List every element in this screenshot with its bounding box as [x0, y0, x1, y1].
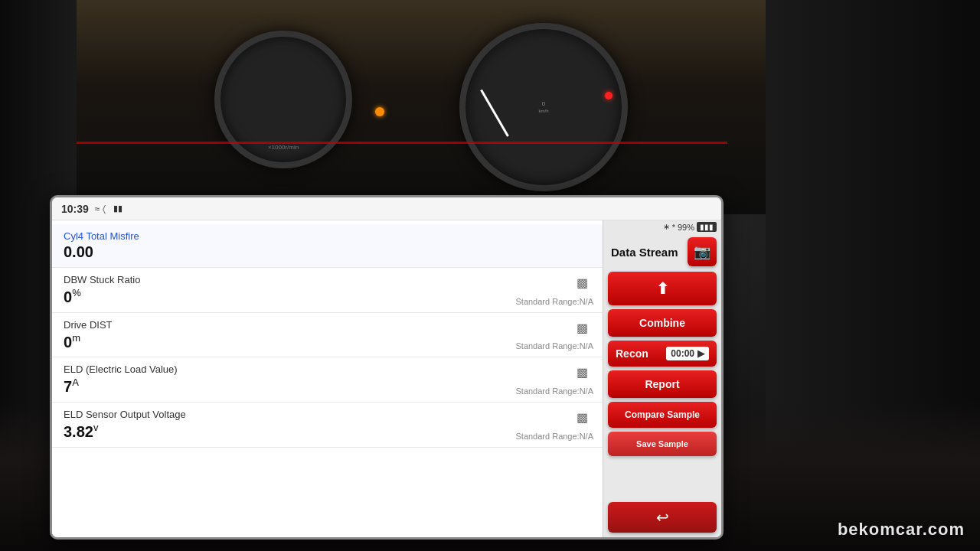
- battery-percentage: * 99%: [672, 223, 694, 232]
- report-button[interactable]: Report: [608, 370, 717, 398]
- rpm-label: ×1000r/min: [268, 144, 299, 151]
- eld-voltage-chart-icon[interactable]: ▩: [577, 410, 593, 424]
- play-icon: ▶: [697, 348, 704, 359]
- sidebar-panel: ∗ * 99% ▮▮▮ Data Stream 📷 ⬆ Combine: [603, 220, 721, 537]
- status-time: 10:39: [61, 203, 89, 215]
- cyl4-misfire-value: 0.00: [64, 243, 591, 261]
- export-icon: ⬆: [656, 279, 669, 298]
- gauge-center-display: 0km/h: [538, 100, 548, 114]
- combine-label: Combine: [639, 317, 685, 329]
- red-warning-light: [605, 92, 612, 99]
- record-label: Recon: [616, 347, 648, 360]
- status-bar: 10:39 ≈ 〈 ▮▮: [52, 197, 721, 220]
- eld-standard-range: Standard Range:N/A: [515, 386, 593, 396]
- record-button[interactable]: Recon 00:00 ▶: [608, 341, 717, 367]
- right-gauge: 0km/h: [459, 23, 628, 191]
- data-item-dbw: DBW Stuck Ratio ▩ 0% Standard Range:N/A: [52, 268, 603, 313]
- dbw-chart-icon[interactable]: ▩: [577, 276, 593, 289]
- tablet-screen: 10:39 ≈ 〈 ▮▮ Cyl4 Total Misfire 0.00 DBW…: [50, 195, 724, 540]
- bluetooth-battery-row: ∗ * 99% ▮▮▮: [608, 222, 717, 232]
- battery-status-icon: ▮▮: [113, 204, 122, 214]
- data-item-cyl4-misfire: Cyl4 Total Misfire 0.00: [52, 224, 603, 268]
- drive-dist-value: 0m: [64, 332, 591, 351]
- eld-chart-icon[interactable]: ▩: [577, 365, 593, 379]
- watermark-text: bekomcar.com: [838, 520, 965, 540]
- data-stream-panel[interactable]: Cyl4 Total Misfire 0.00 DBW Stuck Ratio …: [52, 220, 603, 537]
- dbw-label: DBW Stuck Ratio: [64, 274, 591, 285]
- data-item-eld-voltage: ELD Sensor Output Voltage ▩ 3.82v Standa…: [52, 403, 603, 448]
- combine-button[interactable]: Combine: [608, 309, 717, 337]
- back-button[interactable]: ↩: [608, 502, 717, 533]
- red-trim-stripe: [0, 142, 727, 144]
- data-item-drive-dist: Drive DIST ▩ 0m Standard Range:N/A: [52, 313, 603, 358]
- wifi-icon: ≈ 〈: [95, 204, 106, 214]
- report-label: Report: [645, 378, 679, 390]
- record-time-display: 00:00 ▶: [666, 347, 709, 360]
- bluetooth-icon: ∗: [663, 222, 670, 232]
- screenshot-button[interactable]: 📷: [688, 237, 717, 266]
- back-icon: ↩: [656, 509, 669, 526]
- save-sample-label: Save Sample: [636, 439, 688, 448]
- eld-voltage-label: ELD Sensor Output Voltage: [64, 409, 591, 420]
- eld-voltage-value: 3.82v: [64, 422, 591, 441]
- eld-value: 7A: [64, 377, 591, 396]
- data-stream-title: Data Stream: [608, 244, 681, 260]
- dbw-value: 0%: [64, 287, 591, 306]
- eld-voltage-standard-range: Standard Range:N/A: [515, 432, 593, 441]
- sidebar-header: Data Stream 📷: [608, 237, 717, 266]
- drive-dist-standard-range: Standard Range:N/A: [515, 341, 593, 350]
- export-button[interactable]: ⬆: [608, 272, 717, 305]
- orange-warning-light: [375, 107, 384, 116]
- dbw-standard-range: Standard Range:N/A: [515, 297, 593, 306]
- compare-sample-label: Compare Sample: [625, 409, 700, 420]
- compare-sample-button[interactable]: Compare Sample: [608, 402, 717, 428]
- drive-dist-label: Drive DIST: [64, 319, 591, 331]
- save-sample-button[interactable]: Save Sample: [608, 432, 717, 456]
- tablet-content-area: Cyl4 Total Misfire 0.00 DBW Stuck Ratio …: [52, 220, 721, 537]
- cyl4-misfire-label: Cyl4 Total Misfire: [64, 230, 591, 242]
- speedometer-needle: [480, 90, 509, 137]
- battery-bar-icon: ▮▮▮: [697, 222, 717, 232]
- drive-dist-chart-icon[interactable]: ▩: [577, 321, 593, 334]
- eld-label: ELD (Electric Load Value): [64, 364, 591, 375]
- left-gauge: ×1000r/min: [214, 31, 352, 168]
- dashboard-background: ×1000r/min 0km/h 10:39 ≈ 〈 ▮▮ Cyl4 Total…: [0, 0, 980, 551]
- data-item-eld: ELD (Electric Load Value) ▩ 7A Standard …: [52, 357, 603, 403]
- gauge-cluster: ×1000r/min 0km/h: [153, 15, 689, 214]
